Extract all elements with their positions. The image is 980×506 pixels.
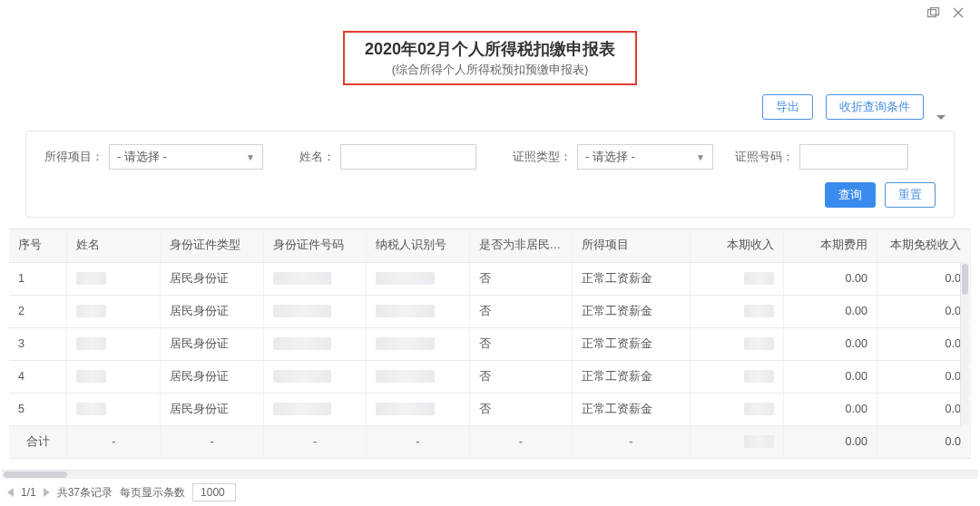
page-subtitle: (综合所得个人所得税预扣预缴申报表) [365,62,615,78]
cell-income-item: 正常工资薪金 [572,262,690,295]
cell-id-no [263,262,366,295]
results-table: 序号 姓名 身份证件类型 身份证件号码 纳税人识别号 是否为非居民个人 所得项目… [9,229,971,459]
cell-seq: 1 [9,262,67,295]
cell-fee: 0.00 [783,262,877,295]
cell-id-no [263,360,366,393]
cell-id-type: 居民身份证 [161,360,263,393]
cell-seq: 4 [9,360,67,393]
chevron-down-icon [936,115,946,120]
footer-label: 合计 [9,425,67,458]
window-body: 2020年02月个人所得税扣缴申报表 (综合所得个人所得税预扣预缴申报表) 导出… [7,25,973,479]
scrollbar-thumb[interactable] [4,472,67,478]
income-item-value: - 请选择 - [117,149,167,165]
cell-income-item: 正常工资薪金 [572,393,690,425]
cell-seq: 2 [9,295,67,327]
table-row[interactable]: 3居民身份证否正常工资薪金0.000.0 [9,327,971,360]
page-prev-icon[interactable] [7,488,14,497]
id-no-input[interactable] [799,144,908,170]
cell-exempt: 0.0 [877,327,970,360]
cell-id-type: 居民身份证 [161,262,263,295]
col-income: 本期收入 [690,229,783,262]
footer-fee: 0.00 [783,425,877,458]
cell-fee: 0.00 [783,327,877,360]
col-id-type: 身份证件类型 [161,229,263,262]
collapse-query-button[interactable]: 收折查询条件 [826,94,924,120]
col-tax-id: 纳税人识别号 [367,229,469,262]
table-row[interactable]: 1居民身份证否正常工资薪金0.000.0 [9,262,971,295]
cell-income-item: 正常工资薪金 [572,295,690,327]
cell-id-type: 居民身份证 [161,295,263,327]
page-next-icon[interactable] [44,488,50,497]
cell-exempt: 0.0 [877,360,970,393]
cell-fee: 0.00 [783,393,877,425]
footer-cell: - [67,425,161,458]
cell-fee: 0.00 [783,360,877,393]
filter-row: 所得项目： - 请选择 - ▼ 姓名： 证照类型： - 请选择 - ▼ 证照号码… [44,144,936,170]
cell-income [690,393,783,425]
cell-income-item: 正常工资薪金 [572,327,690,360]
cell-name [67,295,161,327]
pagesize-label: 每页显示条数 [120,485,185,501]
name-input[interactable] [340,144,476,170]
reset-button[interactable]: 重置 [885,182,936,208]
footer-cell: - [367,425,469,458]
filter-card: 所得项目： - 请选择 - ▼ 姓名： 证照类型： - 请选择 - ▼ 证照号码… [25,131,955,218]
cell-income [690,295,783,327]
cell-name [67,360,161,393]
chevron-down-icon: ▼ [246,152,255,162]
cell-exempt: 0.0 [877,393,970,425]
income-item-label: 所得项目： [44,149,103,165]
col-id-no: 身份证件号码 [263,229,366,262]
horizontal-scrollbar[interactable] [2,470,978,479]
cell-income [690,327,783,360]
table-row[interactable]: 2居民身份证否正常工资薪金0.000.0 [9,295,971,327]
cell-non-resident: 否 [469,262,572,295]
id-type-label: 证照类型： [513,149,572,165]
cell-non-resident: 否 [469,327,572,360]
svg-rect-0 [928,10,936,17]
cell-id-no [263,393,366,425]
title-box: 2020年02月个人所得税扣缴申报表 (综合所得个人所得税预扣预缴申报表) [343,31,637,85]
cell-income [690,360,783,393]
table-row[interactable]: 4居民身份证否正常工资薪金0.000.0 [9,360,971,393]
cell-tax-id [367,262,469,295]
col-fee: 本期费用 [783,229,877,262]
vertical-scrollbar[interactable] [960,262,969,426]
name-label: 姓名： [299,149,335,165]
footer-cell: - [263,425,366,458]
cell-income [690,262,783,295]
cell-seq: 5 [9,393,67,425]
cell-seq: 3 [9,327,67,360]
page-title: 2020年02月个人所得税扣缴申报表 [365,38,615,60]
col-name: 姓名 [67,229,161,262]
query-button[interactable]: 查询 [825,182,876,208]
cell-tax-id [367,327,469,360]
window-controls [0,0,980,25]
cell-tax-id [367,295,469,327]
id-no-label: 证照号码： [735,149,794,165]
page-indicator: 1/1 [21,486,36,499]
scrollbar-thumb[interactable] [962,264,968,295]
title-area: 2020年02月个人所得税扣缴申报表 (综合所得个人所得税预扣预缴申报表) [7,25,973,89]
close-icon[interactable] [953,7,964,18]
cell-exempt: 0.0 [877,262,970,295]
filter-buttons: 查询 重置 [44,179,936,208]
table-row[interactable]: 5居民身份证否正常工资薪金0.000.0 [9,393,971,425]
maximize-icon[interactable] [927,7,940,18]
id-type-select[interactable]: - 请选择 - ▼ [577,144,713,170]
cell-non-resident: 否 [469,295,572,327]
col-income-item: 所得项目 [572,229,690,262]
table-footer-row: 合计 - - - - - - 0.00 0.0 [9,425,971,458]
cell-non-resident: 否 [469,393,572,425]
export-button[interactable]: 导出 [762,94,813,120]
table-area: 序号 姓名 身份证件类型 身份证件号码 纳税人识别号 是否为非居民个人 所得项目… [9,229,971,459]
col-non-resident: 是否为非居民个人 [469,229,572,262]
income-item-select[interactable]: - 请选择 - ▼ [109,144,263,170]
cell-name [67,262,161,295]
top-actions: 导出 收折查询条件 [7,89,973,122]
pagesize-input[interactable]: 1000 [192,483,236,501]
footer-exempt: 0.0 [877,425,970,458]
col-seq: 序号 [9,229,67,262]
cell-tax-id [367,393,469,425]
cell-exempt: 0.0 [877,295,970,327]
